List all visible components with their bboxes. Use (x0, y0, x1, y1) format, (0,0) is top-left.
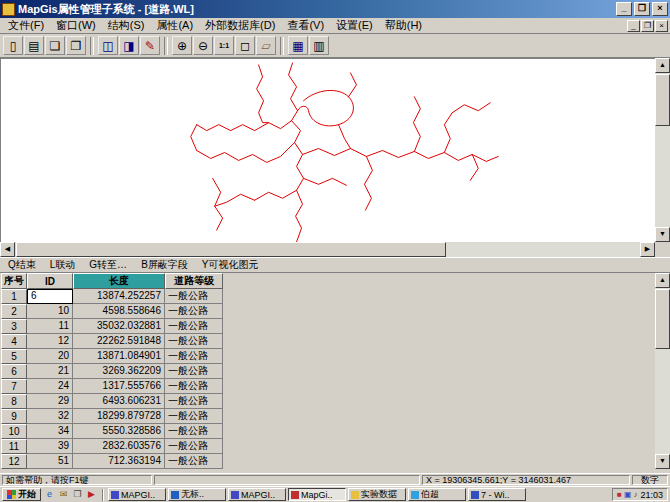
menu-file[interactable]: 文件(F) (2, 18, 50, 33)
toolbar-separator[interactable] (90, 37, 94, 55)
table-row[interactable]: 12 51 712.363194 一般公路 (1, 454, 223, 469)
length-cell[interactable]: 13871.084901 (73, 349, 165, 364)
id-cell[interactable]: 6 (27, 289, 73, 304)
header-id[interactable]: ID (27, 273, 73, 289)
table-row[interactable]: 8 29 6493.606231 一般公路 (1, 394, 223, 409)
taskbar-task[interactable]: MAPGI.. (108, 488, 166, 501)
scroll-up-icon[interactable]: ▲ (655, 273, 670, 288)
row-number-cell[interactable]: 7 (1, 379, 27, 394)
row-number-cell[interactable]: 12 (1, 454, 27, 469)
map-vertical-scrollbar[interactable]: ▲ ▼ (655, 58, 670, 242)
btn-hide-fields[interactable]: B屏蔽字段 (136, 258, 193, 272)
row-number-cell[interactable]: 11 (1, 439, 27, 454)
mdi-close-button[interactable]: × (655, 20, 668, 32)
vertical-scroll-thumb[interactable] (655, 74, 670, 126)
btn-visualize[interactable]: Y可视化图元 (197, 258, 264, 272)
grade-cell[interactable]: 一般公路 (165, 349, 223, 364)
app-icon[interactable] (2, 3, 15, 16)
row-number-cell[interactable]: 4 (1, 334, 27, 349)
btn-link[interactable]: L联动 (45, 258, 81, 272)
zoom-1to1-icon[interactable]: 1:1 (214, 36, 234, 55)
header-length[interactable]: 长度 (73, 273, 165, 289)
table-row[interactable]: 9 32 18299.879728 一般公路 (1, 409, 223, 424)
id-cell[interactable]: 11 (27, 319, 73, 334)
taskbar-task[interactable]: 无标.. (168, 488, 226, 501)
id-cell[interactable]: 32 (27, 409, 73, 424)
ie-quicklaunch-icon[interactable]: e (43, 488, 56, 501)
taskbar-task[interactable]: 7 - Wi.. (468, 488, 526, 501)
minimize-button[interactable]: _ (616, 2, 632, 16)
menu-attribute[interactable]: 属性(A) (150, 18, 199, 33)
length-cell[interactable]: 22262.591848 (73, 334, 165, 349)
menu-settings[interactable]: 设置(E) (330, 18, 379, 33)
row-number-cell[interactable]: 10 (1, 424, 27, 439)
length-cell[interactable]: 6493.606231 (73, 394, 165, 409)
close-button[interactable]: × (652, 2, 668, 16)
road-network-map[interactable] (0, 58, 655, 242)
table-row[interactable]: 3 11 35032.032881 一般公路 (1, 319, 223, 334)
btn-goto[interactable]: G转至… (84, 258, 132, 272)
new-file-icon[interactable]: ▯ (3, 36, 23, 55)
show-desktop-icon[interactable]: ❐ (71, 488, 84, 501)
antivirus-tray-icon[interactable]: ■ (617, 491, 622, 499)
scroll-down-icon[interactable]: ▼ (655, 454, 670, 469)
id-cell[interactable]: 12 (27, 334, 73, 349)
grade-cell[interactable]: 一般公路 (165, 424, 223, 439)
map-horizontal-scrollbar[interactable]: ◀ ▶ (0, 242, 655, 257)
grade-cell[interactable]: 一般公路 (165, 394, 223, 409)
btn-end[interactable]: Q结束 (3, 258, 41, 272)
taskbar-task[interactable]: 伯超 (408, 488, 466, 501)
save-all-icon[interactable]: ◨ (119, 36, 139, 55)
taskbar-task[interactable]: 实验数据 (348, 488, 406, 501)
grade-cell[interactable]: 一般公路 (165, 454, 223, 469)
table-row[interactable]: 2 10 4598.558646 一般公路 (1, 304, 223, 319)
id-cell[interactable]: 24 (27, 379, 73, 394)
grade-cell[interactable]: 一般公路 (165, 304, 223, 319)
open-file-icon[interactable]: ▤ (24, 36, 44, 55)
menu-structure[interactable]: 结构(S) (102, 18, 151, 33)
id-cell[interactable]: 21 (27, 364, 73, 379)
length-cell[interactable]: 13874.252257 (73, 289, 165, 304)
length-cell[interactable]: 2832.603576 (73, 439, 165, 454)
scroll-up-icon[interactable]: ▲ (655, 58, 670, 73)
id-cell[interactable]: 29 (27, 394, 73, 409)
table-row[interactable]: 4 12 22262.591848 一般公路 (1, 334, 223, 349)
save-icon[interactable]: ◫ (98, 36, 118, 55)
table-icon[interactable]: ▥ (309, 36, 329, 55)
row-number-cell[interactable]: 6 (1, 364, 27, 379)
taskbar-task[interactable]: MapGi.. (288, 488, 346, 501)
scroll-down-icon[interactable]: ▼ (655, 227, 670, 242)
toolbar-separator[interactable] (164, 37, 168, 55)
length-cell[interactable]: 1317.555766 (73, 379, 165, 394)
menu-external-db[interactable]: 外部数据库(D) (199, 18, 281, 33)
volume-tray-icon[interactable]: ♪ (633, 491, 637, 499)
length-cell[interactable]: 712.363194 (73, 454, 165, 469)
grade-cell[interactable]: 一般公路 (165, 439, 223, 454)
header-grade[interactable]: 道路等级 (165, 273, 223, 289)
length-cell[interactable]: 35032.032881 (73, 319, 165, 334)
id-cell[interactable]: 34 (27, 424, 73, 439)
row-number-cell[interactable]: 8 (1, 394, 27, 409)
row-number-cell[interactable]: 1 (1, 289, 27, 304)
start-button[interactable]: 开始 (2, 488, 41, 501)
eraser-icon[interactable]: ▱ (256, 36, 276, 55)
scroll-right-icon[interactable]: ▶ (640, 242, 655, 257)
table-row[interactable]: 6 21 3269.362209 一般公路 (1, 364, 223, 379)
zoom-out-icon[interactable]: ⊖ (193, 36, 213, 55)
length-cell[interactable]: 18299.879728 (73, 409, 165, 424)
menu-window[interactable]: 窗口(W) (50, 18, 102, 33)
new-window-icon[interactable]: ❏ (45, 36, 65, 55)
length-cell[interactable]: 5550.328586 (73, 424, 165, 439)
edit-pen-icon[interactable]: ✎ (140, 36, 160, 55)
table-vertical-scrollbar[interactable]: ▲ ▼ (655, 273, 670, 469)
length-cell[interactable]: 3269.362209 (73, 364, 165, 379)
table-row[interactable]: 1 6 13874.252257 一般公路 (1, 289, 223, 304)
grade-cell[interactable]: 一般公路 (165, 334, 223, 349)
mdi-restore-button[interactable]: ❐ (641, 20, 654, 32)
mdi-minimize-button[interactable]: _ (627, 20, 640, 32)
table-row[interactable]: 5 20 13871.084901 一般公路 (1, 349, 223, 364)
id-cell[interactable]: 20 (27, 349, 73, 364)
grid-icon[interactable]: ▦ (288, 36, 308, 55)
id-cell[interactable]: 51 (27, 454, 73, 469)
zoom-window-icon[interactable]: ◻ (235, 36, 255, 55)
